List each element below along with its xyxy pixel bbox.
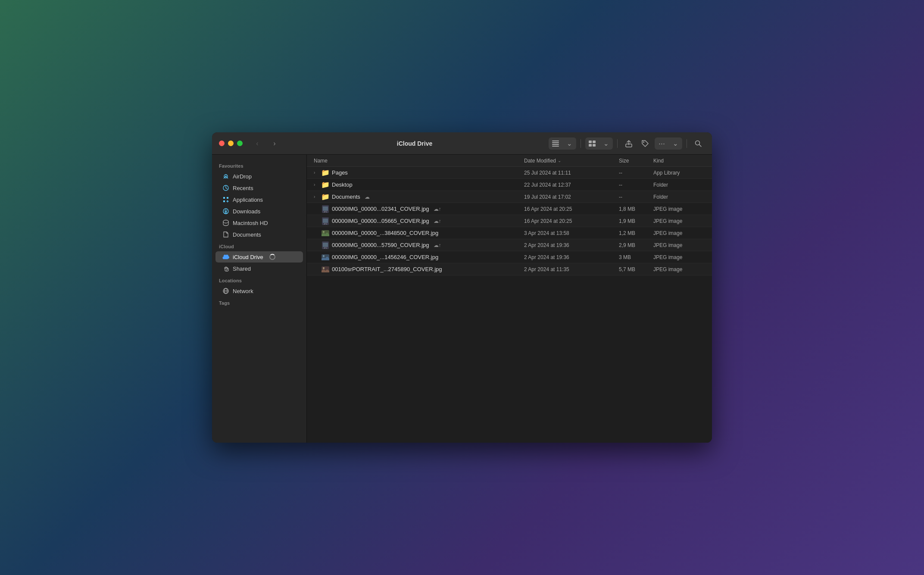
grid-view-button[interactable] xyxy=(585,138,599,150)
icloud-section-label: iCloud xyxy=(212,241,306,251)
file-name-cell: › JPG 00000IMG_00000...02341_COVER.jpg ☁… xyxy=(314,205,524,213)
recents-label: Recents xyxy=(233,185,253,191)
cloud-upload-icon: ☁ xyxy=(365,194,370,200)
file-name: 00000IMG_00000...57590_COVER.jpg xyxy=(332,242,429,248)
icloud-spinner xyxy=(269,254,275,260)
expand-chevron: › xyxy=(314,194,319,199)
close-button[interactable] xyxy=(219,141,225,146)
svg-rect-2 xyxy=(552,144,559,145)
file-name-cell: › 00000IMG_00000_...1456246_COVER.jpg xyxy=(314,253,524,261)
share-button[interactable] xyxy=(622,138,636,150)
file-name: 00000IMG_00000_...3848500_COVER.jpg xyxy=(332,230,438,236)
file-kind: JPEG image xyxy=(653,242,705,248)
cloud-status-icon: ☁↑ xyxy=(434,206,441,212)
file-name-cell: › JPG 00000IMG_00000...57590_COVER.jpg ☁… xyxy=(314,241,524,249)
file-kind: Folder xyxy=(653,194,705,200)
svg-rect-32 xyxy=(323,243,328,247)
back-button[interactable]: ‹ xyxy=(251,138,263,150)
table-row[interactable]: › 00100srPORTRAIT_...2745890_COVER.jpg 2… xyxy=(307,263,712,275)
sidebar-item-shared[interactable]: Shared xyxy=(215,263,303,274)
more-button[interactable]: ⋯ xyxy=(655,138,668,150)
file-list-header: Name Date Modified ⌄ Size Kind xyxy=(307,155,712,167)
svg-text:JPG: JPG xyxy=(324,211,327,213)
icloud-drive-label: iCloud Drive xyxy=(233,254,263,260)
applications-icon xyxy=(222,196,229,203)
grid-chevron-button[interactable]: ⌄ xyxy=(599,138,613,150)
column-date-header: Date Modified ⌄ xyxy=(524,158,619,164)
traffic-lights xyxy=(219,141,243,146)
table-row[interactable]: › 📁 Desktop 22 Jul 2024 at 12:37 -- Fold… xyxy=(307,179,712,191)
minimize-button[interactable] xyxy=(228,141,234,146)
file-size: -- xyxy=(619,170,653,176)
file-size: 2,9 MB xyxy=(619,242,653,248)
file-name-cell: › 00100srPORTRAIT_...2745890_COVER.jpg xyxy=(314,266,524,273)
grid-view-group: ⌄ xyxy=(585,138,613,150)
file-name: 00000IMG_00000_...1456246_COVER.jpg xyxy=(332,254,438,260)
svg-text:JPG: JPG xyxy=(324,247,327,249)
svg-rect-27 xyxy=(323,219,328,223)
file-kind: JPEG image xyxy=(653,230,705,236)
file-date: 25 Jul 2024 at 11:11 xyxy=(524,170,619,176)
svg-rect-7 xyxy=(593,144,596,147)
sidebar-item-applications[interactable]: Applications xyxy=(215,194,303,205)
svg-line-11 xyxy=(699,144,702,147)
sidebar-item-downloads[interactable]: Downloads xyxy=(215,206,303,217)
view-chevron-button[interactable]: ⌄ xyxy=(562,138,576,150)
svg-point-37 xyxy=(323,267,325,269)
more-chevron-button[interactable]: ⌄ xyxy=(668,138,682,150)
maximize-button[interactable] xyxy=(237,141,243,146)
sort-arrow: ⌄ xyxy=(558,158,561,163)
svg-point-9 xyxy=(643,141,644,143)
sidebar-item-macintosh-hd[interactable]: Macintosh HD xyxy=(215,217,303,228)
airdrop-label: AirDrop xyxy=(233,173,252,180)
table-row[interactable]: › JPG 00000IMG_00000...05665_COVER.jpg ☁… xyxy=(307,215,712,227)
file-kind: JPEG image xyxy=(653,266,705,272)
search-button[interactable] xyxy=(691,138,705,150)
table-row[interactable]: › 00000IMG_00000_...3848500_COVER.jpg 3 … xyxy=(307,227,712,239)
documents-icon xyxy=(222,231,229,238)
forward-button[interactable]: › xyxy=(268,138,281,150)
downloads-icon xyxy=(222,208,229,215)
file-kind: Folder xyxy=(653,182,705,188)
file-name-cell: › 📁 Pages xyxy=(314,169,524,177)
table-row[interactable]: › 📁 Documents ☁ 19 Jul 2024 at 17:02 -- … xyxy=(307,191,712,203)
file-date: 2 Apr 2024 at 19:36 xyxy=(524,242,619,248)
list-view-button[interactable] xyxy=(549,138,562,150)
tag-button[interactable] xyxy=(638,138,652,150)
file-date: 2 Apr 2024 at 19:36 xyxy=(524,254,619,260)
sidebar-item-recents[interactable]: Recents xyxy=(215,182,303,194)
folder-icon: 📁 xyxy=(322,181,329,189)
table-row[interactable]: › JPG 00000IMG_00000...02341_COVER.jpg ☁… xyxy=(307,203,712,215)
file-date: 3 Apr 2024 at 13:58 xyxy=(524,230,619,236)
file-size: 1,9 MB xyxy=(619,218,653,224)
harddisk-icon xyxy=(222,219,229,226)
file-size: 1,8 MB xyxy=(619,206,653,212)
table-row[interactable]: › JPG 00000IMG_00000...57590_COVER.jpg ☁… xyxy=(307,239,712,251)
table-row[interactable]: › 00000IMG_00000_...1456246_COVER.jpg 2 … xyxy=(307,251,712,263)
sidebar-item-icloud-drive[interactable]: iCloud Drive xyxy=(215,251,303,262)
cloud-status-icon: ☁↑ xyxy=(434,218,441,224)
file-size: 3 MB xyxy=(619,254,653,260)
file-name: 00000IMG_00000...05665_COVER.jpg xyxy=(332,218,429,224)
folder-icon: 📁 xyxy=(322,169,329,177)
recents-icon xyxy=(222,184,229,191)
svg-point-18 xyxy=(223,220,228,223)
finder-window: ‹ › iCloud Drive ⌄ xyxy=(212,132,712,443)
folder-icon: 📁 xyxy=(322,193,329,201)
sidebar-item-airdrop[interactable]: AirDrop xyxy=(215,171,303,182)
macintosh-hd-label: Macintosh HD xyxy=(233,220,268,226)
sidebar-item-network[interactable]: Network xyxy=(215,285,303,297)
sidebar-item-documents[interactable]: Documents xyxy=(215,229,303,240)
separator-2 xyxy=(617,139,618,148)
documents-label: Documents xyxy=(233,231,261,238)
expand-chevron: › xyxy=(314,170,319,175)
more-actions-group: ⋯ ⌄ xyxy=(655,138,682,150)
window-title: iCloud Drive xyxy=(286,140,543,147)
file-name: Pages xyxy=(332,169,348,176)
file-date: 16 Apr 2024 at 20:25 xyxy=(524,206,619,212)
table-row[interactable]: › 📁 Pages 25 Jul 2024 at 11:11 -- App Li… xyxy=(307,167,712,179)
file-name-cell: › 📁 Desktop xyxy=(314,181,524,189)
file-name-cell: › 00000IMG_00000_...3848500_COVER.jpg xyxy=(314,229,524,237)
file-size: 1,2 MB xyxy=(619,230,653,236)
jpeg-thumbnail-icon xyxy=(322,229,329,237)
